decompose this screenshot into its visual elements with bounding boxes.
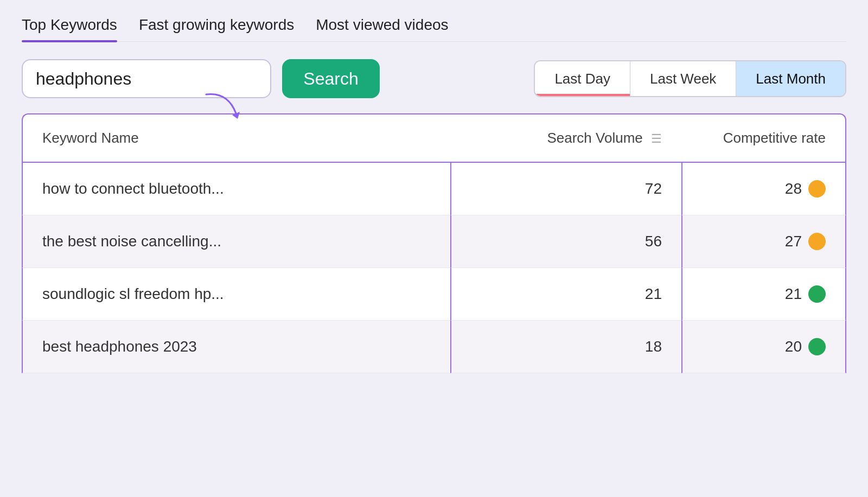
rate-value-2: 21 bbox=[785, 285, 802, 303]
time-filter-last-day[interactable]: Last Day bbox=[535, 61, 630, 96]
time-filter-group: Last Day Last Week Last Month bbox=[534, 60, 846, 97]
rate-dot-0 bbox=[808, 180, 826, 197]
rate-value-0: 28 bbox=[785, 180, 802, 197]
cell-volume-2: 21 bbox=[450, 268, 681, 321]
table-body: how to connect bluetooth... 72 28 the be… bbox=[22, 163, 846, 373]
th-search-volume: Search Volume ☰ bbox=[450, 113, 681, 163]
tab-fast-growing[interactable]: Fast growing keywords bbox=[139, 16, 294, 41]
cell-keyword-0: how to connect bluetooth... bbox=[22, 163, 450, 215]
cell-volume-0: 72 bbox=[450, 163, 681, 215]
cell-keyword-1: the best noise cancelling... bbox=[22, 215, 450, 268]
rate-dot-1 bbox=[808, 233, 826, 250]
keyword-table: Keyword Name Search Volume ☰ Competitive… bbox=[22, 113, 846, 373]
cell-rate-2: 21 bbox=[681, 268, 846, 321]
cell-volume-1: 56 bbox=[450, 215, 681, 268]
search-input-wrapper bbox=[22, 59, 271, 98]
search-button[interactable]: Search bbox=[282, 59, 380, 98]
table-row: how to connect bluetooth... 72 28 bbox=[22, 163, 846, 215]
table-row: best headphones 2023 18 20 bbox=[22, 321, 846, 373]
tabs-row: Top Keywords Fast growing keywords Most … bbox=[22, 16, 846, 42]
cell-volume-3: 18 bbox=[450, 321, 681, 373]
rate-dot-2 bbox=[808, 285, 826, 303]
table-row: the best noise cancelling... 56 27 bbox=[22, 215, 846, 268]
table-container: Keyword Name Search Volume ☰ Competitive… bbox=[22, 113, 846, 373]
rate-dot-3 bbox=[808, 338, 826, 355]
th-competitive-rate: Competitive rate bbox=[681, 113, 846, 163]
cell-rate-1: 27 bbox=[681, 215, 846, 268]
cell-keyword-3: best headphones 2023 bbox=[22, 321, 450, 373]
controls-row: Search Last Day Last Week Last Month bbox=[22, 59, 846, 98]
page-wrapper: Top Keywords Fast growing keywords Most … bbox=[0, 0, 868, 497]
rate-value-3: 20 bbox=[785, 338, 802, 355]
cell-rate-3: 20 bbox=[681, 321, 846, 373]
time-filter-last-month[interactable]: Last Month bbox=[736, 61, 845, 96]
filter-icon[interactable]: ☰ bbox=[651, 132, 662, 146]
cell-rate-0: 28 bbox=[681, 163, 846, 215]
table-row: soundlogic sl freedom hp... 21 21 bbox=[22, 268, 846, 321]
time-filter-last-week[interactable]: Last Week bbox=[630, 61, 736, 96]
tab-top-keywords[interactable]: Top Keywords bbox=[22, 16, 117, 41]
rate-value-1: 27 bbox=[785, 233, 802, 250]
search-input[interactable] bbox=[22, 59, 271, 98]
table-header-row: Keyword Name Search Volume ☰ Competitive… bbox=[22, 113, 846, 163]
cell-keyword-2: soundlogic sl freedom hp... bbox=[22, 268, 450, 321]
tab-most-viewed[interactable]: Most viewed videos bbox=[316, 16, 448, 41]
th-keyword-name: Keyword Name bbox=[22, 113, 450, 163]
